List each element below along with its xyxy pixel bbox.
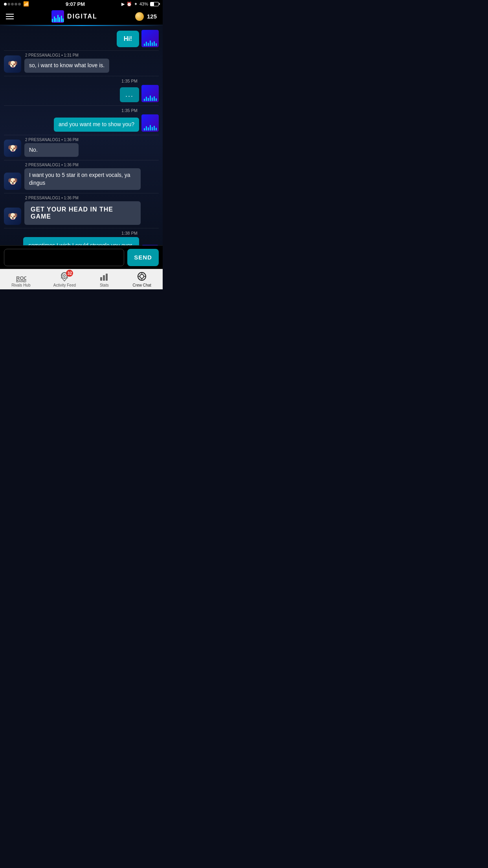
sender-info: 2 PRESSANALOG1 • 1:31 PM bbox=[24, 53, 109, 57]
message-content: 2 PRESSANALOG1 • 1:36 PM No. bbox=[24, 138, 79, 157]
digital-avatar-box bbox=[141, 114, 159, 132]
message-content: 2 PRESSANALOG1 • 1:36 PM I want you to 5… bbox=[24, 163, 141, 190]
sender-info: 2 PRESSANALOG1 • 1:36 PM bbox=[24, 138, 79, 142]
divider bbox=[4, 160, 159, 160]
battery-icon bbox=[150, 2, 159, 6]
input-area: SEND bbox=[0, 245, 163, 269]
nav-item-stats[interactable]: Stats bbox=[99, 271, 110, 287]
avatar: 🐶 bbox=[4, 55, 21, 73]
status-bar: 📶 9:07 PM ▶ ⏰ ✦ 43% bbox=[0, 0, 163, 8]
avatar-bars bbox=[144, 125, 157, 131]
location-icon: ▶ bbox=[121, 2, 125, 7]
crew-chat-icon bbox=[136, 271, 147, 282]
chat-input[interactable] bbox=[4, 249, 124, 266]
message-row: Hi! bbox=[4, 30, 159, 47]
message-content: Hi! bbox=[117, 31, 139, 47]
avatar: 🐶 bbox=[4, 208, 21, 225]
svg-text:BAND: BAND bbox=[16, 279, 26, 282]
message-bubble: GET YOUR HEAD IN THE GAME bbox=[24, 201, 141, 225]
message-row: 🐶 2 PRESSANALOG1 • 1:36 PM GET YOUR HEAD… bbox=[4, 196, 159, 225]
avatar: 🐶 bbox=[4, 140, 21, 157]
header-title: DIGITAL bbox=[67, 13, 97, 20]
message-bubble: No. bbox=[24, 143, 79, 157]
message-row: ... bbox=[4, 85, 159, 102]
nav-label-crew-chat: Crew Chat bbox=[133, 283, 151, 287]
message-bubble: I want you to 5 star it on expert vocals… bbox=[24, 168, 141, 190]
nav-label-activity-feed: Activity Feed bbox=[53, 283, 76, 287]
message-time: 1:35 PM bbox=[4, 79, 159, 83]
header-center: DIGITAL bbox=[51, 10, 97, 23]
message-content: ... bbox=[120, 87, 139, 102]
message-time: 1:38 PM bbox=[4, 231, 159, 235]
stats-icon bbox=[99, 271, 110, 282]
message-content: 2 PRESSANALOG1 • 1:36 PM GET YOUR HEAD I… bbox=[24, 196, 141, 225]
message-row: sometimes I wish I could strangle you ov… bbox=[4, 237, 159, 245]
bottom-nav: ROCK BAND Rivals Hub 32 Activity Feed bbox=[0, 269, 163, 289]
sender-info: 2 PRESSANALOG1 • 1:36 PM bbox=[24, 196, 141, 200]
message-bubble: ... bbox=[120, 87, 139, 102]
signal-dots bbox=[4, 2, 22, 6]
divider bbox=[4, 193, 159, 193]
svg-point-6 bbox=[140, 274, 144, 278]
send-button[interactable]: SEND bbox=[127, 249, 159, 266]
avatar bbox=[141, 114, 159, 132]
svg-rect-4 bbox=[106, 274, 108, 281]
message-bubble: sometimes I wish I could strangle you ov… bbox=[23, 237, 139, 245]
avatar: 🐶 bbox=[4, 173, 21, 190]
alarm-icon: ⏰ bbox=[127, 2, 132, 7]
bluetooth-icon: ✦ bbox=[134, 2, 138, 7]
message-row: 🐶 2 PRESSANALOG1 • 1:36 PM I want you to… bbox=[4, 163, 159, 190]
avatar bbox=[141, 85, 159, 102]
chat-area: Hi! 🐶 bbox=[0, 26, 163, 245]
divider bbox=[4, 228, 159, 228]
status-left: 📶 bbox=[4, 1, 29, 7]
status-right: ▶ ⏰ ✦ 43% bbox=[121, 2, 159, 7]
divider bbox=[4, 50, 159, 51]
avatar-image: 🐶 bbox=[4, 55, 21, 73]
notification-badge: 32 bbox=[66, 270, 73, 277]
avatar bbox=[141, 245, 159, 245]
avatar-image: 🐶 bbox=[4, 208, 21, 225]
avatar-image: 🐶 bbox=[4, 140, 21, 157]
divider bbox=[4, 76, 159, 76]
digital-logo bbox=[51, 10, 64, 23]
svg-rect-3 bbox=[103, 275, 105, 281]
avatar-bars bbox=[144, 40, 157, 46]
divider bbox=[4, 135, 159, 135]
nav-item-activity-feed[interactable]: 32 Activity Feed bbox=[53, 271, 76, 287]
battery-fill bbox=[150, 2, 154, 6]
message-row: 🐶 2 PRESSANALOG1 • 1:31 PM so, i want to… bbox=[4, 53, 159, 73]
sender-info: 2 PRESSANALOG1 • 1:36 PM bbox=[24, 163, 141, 167]
message-bubble: and you want me to show you? bbox=[54, 118, 139, 132]
avatar bbox=[141, 30, 159, 47]
coin-count: 125 bbox=[147, 13, 157, 20]
header-right: 125 bbox=[135, 12, 157, 21]
logo-bars bbox=[52, 15, 64, 22]
message-content: 2 PRESSANALOG1 • 1:31 PM so, i want to k… bbox=[24, 53, 109, 73]
digital-avatar-box bbox=[141, 85, 159, 102]
rivals-hub-icon: ROCK BAND bbox=[15, 271, 26, 282]
avatar-image: 🐶 bbox=[4, 173, 21, 190]
avatar-bars bbox=[144, 96, 157, 101]
nav-item-rivals-hub[interactable]: ROCK BAND Rivals Hub bbox=[11, 271, 30, 287]
status-time: 9:07 PM bbox=[66, 1, 85, 7]
message-row: 🐶 2 PRESSANALOG1 • 1:36 PM No. bbox=[4, 138, 159, 157]
divider bbox=[4, 105, 159, 106]
message-bubble: Hi! bbox=[117, 31, 139, 47]
nav-item-crew-chat[interactable]: Crew Chat bbox=[133, 271, 151, 287]
wifi-icon: 📶 bbox=[23, 1, 29, 7]
digital-avatar-box bbox=[141, 245, 159, 245]
menu-button[interactable] bbox=[6, 14, 14, 19]
svg-rect-2 bbox=[100, 277, 102, 281]
battery-percent: 43% bbox=[139, 2, 148, 6]
app-header: DIGITAL 125 bbox=[0, 8, 163, 25]
message-time: 1:35 PM bbox=[4, 108, 159, 113]
message-row: and you want me to show you? bbox=[4, 114, 159, 132]
activity-feed-icon: 32 bbox=[59, 271, 70, 282]
digital-avatar-box bbox=[141, 30, 159, 47]
nav-label-rivals-hub: Rivals Hub bbox=[11, 283, 30, 287]
coin-icon bbox=[135, 12, 144, 21]
chat-messages: Hi! 🐶 bbox=[4, 30, 159, 245]
message-content: sometimes I wish I could strangle you ov… bbox=[23, 237, 139, 245]
message-content: and you want me to show you? bbox=[54, 118, 139, 132]
